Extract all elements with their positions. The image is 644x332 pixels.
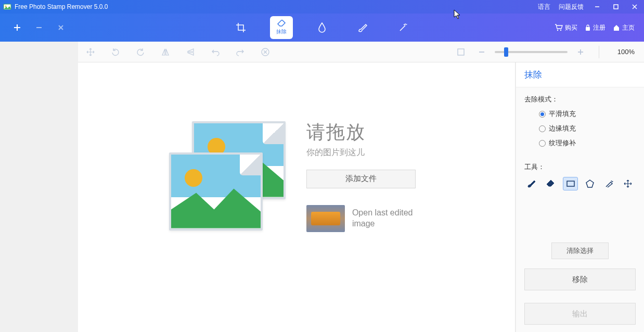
flip-horizontal-icon[interactable] xyxy=(153,42,178,62)
remove-mode-label: 去除模式： xyxy=(524,95,636,104)
title-bar: Free Photo Stamp Remover 5.0.0 语言 问题反馈 xyxy=(0,0,644,14)
rectangle-select-icon[interactable] xyxy=(563,177,578,190)
brush-select-icon[interactable] xyxy=(524,177,539,190)
zoom-slider-thumb[interactable] xyxy=(504,47,508,57)
droplet-tool[interactable] xyxy=(311,16,333,39)
drop-zone[interactable]: 请拖放 你的图片到这儿 添加文件 Open last edited image xyxy=(169,120,424,232)
buy-button[interactable]: 购买 xyxy=(555,23,577,32)
svg-point-11 xyxy=(557,30,558,31)
maximize-button[interactable] xyxy=(607,0,625,14)
zoom-value: 100% xyxy=(610,48,635,56)
mode-edge-radio[interactable]: 边缘填充 xyxy=(539,124,636,133)
feedback-link[interactable]: 问题反馈 xyxy=(555,3,588,11)
erase-tool-label: 抹除 xyxy=(276,28,287,35)
eraser-select-icon[interactable] xyxy=(544,177,559,190)
erase-tool[interactable]: 抹除 xyxy=(270,16,293,39)
tools-label: 工具： xyxy=(524,162,636,172)
mode-texture-label: 纹理修补 xyxy=(549,138,576,148)
rotate-right-icon[interactable] xyxy=(128,42,153,62)
close-button[interactable] xyxy=(625,0,644,14)
undo-icon[interactable] xyxy=(203,42,228,62)
drop-title: 请拖放 xyxy=(306,120,424,145)
home-label: 主页 xyxy=(622,23,635,32)
move-icon[interactable] xyxy=(78,42,103,62)
svg-rect-17 xyxy=(458,49,464,55)
polygon-select-icon[interactable] xyxy=(582,177,597,190)
placeholder-images-icon xyxy=(169,121,286,231)
home-icon xyxy=(613,24,620,31)
cart-icon xyxy=(555,24,563,31)
main-toolbar: 抹除 购买 注册 主页 xyxy=(0,14,644,42)
flip-vertical-icon[interactable] xyxy=(178,42,203,62)
svg-point-12 xyxy=(560,30,561,31)
left-gutter xyxy=(0,62,78,332)
move-select-icon[interactable] xyxy=(621,177,636,190)
app-icon xyxy=(3,3,11,11)
home-button[interactable]: 主页 xyxy=(613,23,635,32)
lock-icon xyxy=(585,24,591,31)
lasso-select-icon[interactable] xyxy=(601,177,616,190)
crop-tool[interactable] xyxy=(229,16,252,39)
side-panel-header: 抹除 xyxy=(516,62,644,87)
magic-wand-tool[interactable] xyxy=(392,16,415,39)
drop-subtitle: 你的图片到这儿 xyxy=(306,147,424,158)
language-link[interactable]: 语言 xyxy=(534,3,555,11)
mode-smooth-label: 平滑填充 xyxy=(549,109,576,119)
delete-icon[interactable] xyxy=(253,42,278,62)
redo-icon[interactable] xyxy=(228,42,253,62)
mode-smooth-radio[interactable]: 平滑填充 xyxy=(539,109,636,119)
zoom-in-button[interactable] xyxy=(573,44,588,60)
buy-label: 购买 xyxy=(565,23,577,32)
open-last-edited[interactable]: Open last edited image xyxy=(306,205,424,232)
add-file-button[interactable]: 添加文件 xyxy=(306,170,416,188)
app-title: Free Photo Stamp Remover 5.0.0 xyxy=(15,3,108,10)
svg-rect-13 xyxy=(586,27,590,31)
last-edited-thumbnail xyxy=(306,205,345,232)
secondary-toolbar: 100% xyxy=(78,42,644,62)
svg-rect-21 xyxy=(567,181,574,186)
register-button[interactable]: 注册 xyxy=(585,23,606,32)
minimize-tab-button[interactable] xyxy=(33,22,45,33)
brush-tool[interactable] xyxy=(351,16,374,39)
mode-texture-radio[interactable]: 纹理修补 xyxy=(539,138,636,148)
add-tab-button[interactable] xyxy=(11,22,23,33)
output-button[interactable]: 输出 xyxy=(524,303,636,325)
open-last-label: Open last edited image xyxy=(352,208,424,229)
clear-selection-button[interactable]: 清除选择 xyxy=(551,242,609,259)
canvas-area[interactable]: 请拖放 你的图片到这儿 添加文件 Open last edited image xyxy=(78,62,516,332)
mode-edge-label: 边缘填充 xyxy=(549,124,576,133)
minimize-button[interactable] xyxy=(588,0,607,14)
register-label: 注册 xyxy=(593,23,606,32)
svg-rect-3 xyxy=(614,5,618,9)
close-tab-button[interactable] xyxy=(55,22,67,33)
fit-screen-icon[interactable] xyxy=(453,44,469,60)
rotate-left-icon[interactable] xyxy=(103,42,128,62)
remove-button[interactable]: 移除 xyxy=(524,269,636,290)
zoom-out-button[interactable] xyxy=(474,44,490,60)
zoom-slider[interactable] xyxy=(495,51,568,53)
side-panel: 抹除 去除模式： 平滑填充 边缘填充 纹理修补 工具： 清除选择 移除 输出 xyxy=(516,62,644,332)
